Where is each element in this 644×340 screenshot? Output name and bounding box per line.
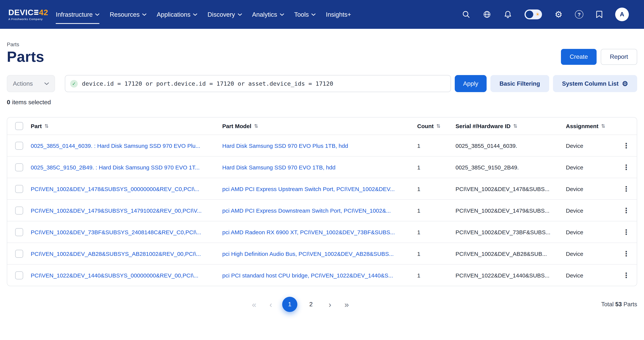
user-avatar[interactable]: A (615, 7, 629, 21)
chevron-down-icon (312, 13, 316, 16)
globe-icon[interactable] (483, 10, 491, 18)
part-model-link[interactable]: pci AMD Radeon RX 6900 XT, PCI\VEN_1002&… (222, 229, 417, 235)
nav-label: Tools (294, 11, 309, 18)
notifications-bell-icon[interactable] (504, 10, 512, 18)
serial-cell: 0025_3855_0144_6039. (456, 142, 566, 149)
theme-toggle[interactable]: ☀ (525, 9, 542, 19)
toggle-knob (526, 10, 534, 18)
part-model-link[interactable]: Hard Disk Samsung SSD 970 EVO Plus 1TB, … (222, 142, 417, 149)
report-button[interactable]: Report (601, 49, 637, 65)
part-link[interactable]: PCI\VEN_1002&DEV_1479&SUBSYS_14791002&RE… (31, 207, 222, 214)
part-link[interactable]: PCI\VEN_1002&DEV_1478&SUBSYS_00000000&RE… (31, 186, 222, 192)
row-checkbox[interactable] (15, 163, 23, 171)
logo-42-text: 42 (39, 8, 48, 16)
column-header-part-model[interactable]: Part Model⇅ (222, 123, 417, 129)
count-cell: 1 (417, 164, 456, 170)
row-checkbox[interactable] (15, 271, 23, 279)
sort-icon: ⇅ (436, 123, 440, 129)
logo-device-text: DEVIC (8, 8, 34, 16)
row-checkbox[interactable] (15, 142, 23, 150)
column-header-part[interactable]: Part⇅ (31, 123, 222, 129)
chevron-down-icon (193, 13, 197, 16)
part-link[interactable]: PCI\VEN_1002&DEV_73BF&SUBSYS_2408148C&RE… (31, 229, 222, 235)
logo-text: DEVIC 42 (8, 8, 48, 16)
apply-button[interactable]: Apply (455, 75, 486, 92)
part-link[interactable]: 0025_385C_9150_2B49. : Hard Disk Samsung… (31, 164, 222, 170)
column-header-serial[interactable]: Serial #/Hardware ID⇅ (456, 123, 566, 129)
part-link[interactable]: PCI\VEN_1002&DEV_AB28&SUBSYS_AB281002&RE… (31, 250, 222, 257)
kebab-menu-icon[interactable]: ⋮ (622, 164, 630, 171)
nav-label: Applications (157, 11, 190, 18)
last-page-button[interactable]: » (341, 300, 352, 308)
part-model-link[interactable]: pci AMD PCI Express Upstream Switch Port… (222, 186, 417, 192)
nav-item-discovery[interactable]: Discovery (208, 0, 242, 29)
nav-item-analytics[interactable]: Analytics (252, 0, 284, 29)
nav-label: Resources (110, 11, 140, 18)
system-column-list-button[interactable]: System Column List ⚙ (553, 75, 637, 92)
nav-item-resources[interactable]: Resources (110, 0, 146, 29)
kebab-menu-icon[interactable]: ⋮ (622, 207, 630, 214)
sort-icon: ⇅ (44, 123, 48, 129)
assignment-cell: Device (566, 142, 614, 149)
nav-item-tools[interactable]: Tools (294, 0, 316, 29)
assignment-cell: Device (566, 250, 614, 257)
count-cell: 1 (417, 272, 456, 278)
parts-table: Part⇅ Part Model⇅ Count⇅ Serial #/Hardwa… (7, 117, 637, 286)
assignment-cell: Device (566, 186, 614, 192)
breadcrumb[interactable]: Parts (7, 41, 637, 47)
device42-logo[interactable]: DEVIC 42 A Freshworks Company (8, 8, 48, 21)
sort-icon: ⇅ (254, 123, 258, 129)
kebab-menu-icon[interactable]: ⋮ (622, 185, 630, 192)
chevron-down-icon (280, 13, 284, 16)
column-header-count[interactable]: Count⇅ (417, 123, 456, 129)
part-model-link[interactable]: Hard Disk Samsung SSD 970 EVO 1TB, hdd (222, 164, 417, 170)
table-row: PCI\VEN_1002&DEV_1479&SUBSYS_14791002&RE… (7, 199, 637, 221)
filter-query-input[interactable]: ✓ device.id = 17120 or port.device.id = … (65, 75, 451, 92)
row-checkbox[interactable] (15, 228, 23, 236)
row-checkbox[interactable] (15, 206, 23, 214)
create-button[interactable]: Create (561, 49, 596, 65)
nav-item-insights-plus[interactable]: Insights+ (326, 0, 351, 29)
page-1-button[interactable]: 1 (282, 297, 297, 312)
kebab-menu-icon[interactable]: ⋮ (622, 250, 630, 257)
part-model-link[interactable]: pci High Definition Audio Bus, PCI\VEN_1… (222, 250, 417, 257)
page-title: Parts (7, 48, 44, 65)
nav-label: Insights+ (326, 11, 351, 18)
nav-item-applications[interactable]: Applications (157, 0, 197, 29)
first-page-button[interactable]: « (249, 300, 260, 308)
help-icon[interactable]: ? (575, 10, 583, 18)
assignment-cell: Device (566, 272, 614, 278)
row-checkbox[interactable] (15, 185, 23, 193)
kebab-menu-icon[interactable]: ⋮ (622, 272, 630, 279)
pagination-controls: « ‹ 1 2 › » (249, 297, 352, 312)
part-model-link[interactable]: pci AMD PCI Express Downstream Switch Po… (222, 207, 417, 214)
serial-cell: PCI\VEN_1022&DEV_1440&SUBS... (456, 272, 566, 278)
column-header-assignment[interactable]: Assignment⇅ (566, 123, 614, 129)
search-icon[interactable] (462, 10, 470, 18)
next-page-button[interactable]: › (325, 300, 335, 308)
kebab-menu-icon[interactable]: ⋮ (622, 142, 630, 149)
serial-cell: PCI\VEN_1002&DEV_AB28&SUB... (456, 250, 566, 257)
settings-gear-icon[interactable]: ⚙ (555, 10, 562, 19)
header-actions: Create Report (561, 49, 637, 65)
page-header-row: Parts Create Report (7, 48, 637, 65)
table-row: PCI\VEN_1002&DEV_73BF&SUBSYS_2408148C&RE… (7, 221, 637, 243)
select-all-checkbox[interactable] (15, 122, 23, 130)
bookmark-icon[interactable] (596, 10, 603, 18)
basic-filtering-button[interactable]: Basic Filtering (490, 75, 549, 92)
actions-label: Actions (13, 80, 33, 87)
page-2-button[interactable]: 2 (304, 297, 318, 312)
kebab-menu-icon[interactable]: ⋮ (622, 228, 630, 236)
part-model-link[interactable]: pci PCI standard host CPU bridge, PCI\VE… (222, 272, 417, 278)
nav-utility-icons: ☀ ⚙ ? A (462, 7, 629, 21)
question-mark: ? (575, 10, 583, 18)
nav-label: Analytics (252, 11, 277, 18)
nav-item-infrastructure[interactable]: Infrastructure (56, 0, 99, 29)
row-checkbox[interactable] (15, 250, 23, 258)
prev-page-button[interactable]: ‹ (266, 300, 276, 308)
part-link[interactable]: PCI\VEN_1022&DEV_1440&SUBSYS_00000000&RE… (31, 272, 222, 278)
actions-dropdown[interactable]: Actions (7, 75, 55, 92)
chevron-down-icon (142, 13, 146, 16)
part-link[interactable]: 0025_3855_0144_6039. : Hard Disk Samsung… (31, 142, 222, 149)
total-count: Total 53 Parts (601, 301, 637, 308)
